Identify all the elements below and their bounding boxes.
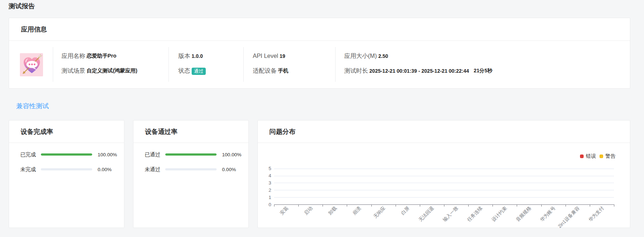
y-axis-label: 4	[260, 173, 271, 178]
status-badge: 通过	[192, 68, 206, 75]
x-axis-tick	[298, 205, 299, 207]
y-axis-label: 1	[260, 195, 271, 200]
pass-card-title: 设备通过率	[145, 127, 178, 136]
x-axis-category-label: 华为支付	[588, 206, 605, 223]
progress-row-passed: 已通过 100.00%	[133, 151, 248, 158]
progress-value: 0.00%	[222, 167, 236, 172]
x-axis-tick	[323, 205, 323, 207]
card-body: 已通过 100.00% 未通过 0.00%	[133, 143, 248, 173]
issue-card-header: 问题分布	[258, 120, 630, 143]
device-pass-card: 设备通过率 已通过 100.00% 未通过 0.00%	[133, 120, 249, 228]
x-axis-tick	[444, 205, 444, 207]
x-axis-tick	[614, 205, 614, 207]
field-value: 恋爱助手Pro	[87, 52, 116, 59]
device-completion-card: 设备完成率 已完成 100.00% 未完成 0.00%	[9, 120, 124, 228]
issue-distribution-card: 问题分布 错误 警告 012345安装启动卸载崩溃无响应白屏无法回退输入一致任务…	[257, 120, 630, 228]
progress-row-uncompleted: 未完成 0.00%	[9, 166, 124, 173]
chart-plot: 012345安装启动卸载崩溃无响应白屏无法回退输入一致任务连续设计约束音频规格华…	[258, 143, 630, 228]
progress-row-failed: 未通过 0.00%	[133, 166, 248, 173]
x-axis-category-label: 华为账号	[539, 206, 556, 223]
x-axis-category-label: 无法回退	[418, 206, 435, 223]
x-axis-tick	[517, 205, 517, 207]
field-label: 测试时长	[344, 67, 368, 75]
x-axis-tick	[541, 205, 542, 207]
field-label: 应用名称	[61, 52, 85, 60]
progress-track	[165, 168, 217, 170]
app-info-title: 应用信息	[21, 25, 47, 34]
field-device: 适配设备 手机	[253, 67, 335, 75]
field-test-duration: 测试时长 2025-12-21 00:01:39 - 2025-12-21 00…	[344, 67, 630, 75]
x-axis-tick	[371, 205, 372, 207]
progress-track	[41, 168, 92, 170]
x-axis-category-label: 安装	[279, 206, 289, 216]
x-axis-category-label: 设计约束	[491, 206, 508, 223]
progress-fill	[165, 153, 217, 156]
field-label: 版本	[178, 52, 190, 60]
field-value: 19	[280, 53, 285, 59]
field-value: 自定义测试(鸿蒙应用)	[87, 67, 137, 74]
progress-track	[41, 153, 92, 156]
field-label: 适配设备	[253, 67, 277, 75]
page-title: 测试报告	[9, 2, 35, 10]
field-value-extra: 21分5秒	[474, 68, 492, 74]
app-info-body: 应用名称 恋爱助手Pro 测试场景 自定义测试(鸿蒙应用) 版本 1.0.0 状…	[9, 41, 630, 88]
x-axis-category-label: 白屏	[400, 206, 411, 216]
x-axis-category-label: 音频规格	[515, 206, 532, 223]
progress-fill	[41, 153, 92, 156]
field-version: 版本 1.0.0	[178, 52, 243, 60]
y-axis-label: 0	[260, 202, 271, 207]
card-body: 已完成 100.00% 未完成 0.00%	[9, 143, 124, 173]
x-axis-tick	[590, 205, 590, 207]
issue-chart: 错误 警告 012345安装启动卸载崩溃无响应白屏无法回退输入一致任务连续设计约…	[258, 143, 630, 228]
gridline	[274, 169, 614, 169]
gridline	[274, 190, 614, 190]
app-info-card: 应用信息	[9, 18, 630, 89]
field-label: API Level	[253, 52, 278, 59]
x-axis-tick	[566, 205, 566, 207]
progress-value: 0.00%	[98, 167, 112, 172]
x-axis-tick	[347, 205, 347, 207]
field-value: 2.50	[378, 53, 388, 59]
field-label: 状态	[178, 67, 190, 75]
progress-track	[165, 153, 217, 156]
x-axis-tick	[396, 205, 396, 207]
field-status: 状态 通过	[178, 67, 243, 75]
field-value: 2025-12-21 00:01:39 - 2025-12-21 00:22:4…	[370, 68, 469, 74]
progress-label: 未完成	[20, 166, 41, 173]
progress-label: 已完成	[20, 151, 41, 158]
progress-value: 100.00%	[222, 152, 242, 157]
tab-compatibility-test[interactable]: 兼容性测试	[16, 103, 49, 110]
field-label: 测试场景	[61, 67, 85, 75]
app-icon	[20, 53, 43, 76]
completion-card-title: 设备完成率	[21, 127, 53, 136]
gridline	[274, 183, 614, 183]
x-axis-category-label: 卸载	[328, 206, 338, 216]
x-axis-tick	[492, 205, 493, 207]
field-test-scenario: 测试场景 自定义测试(鸿蒙应用)	[61, 67, 169, 75]
x-axis-tick	[274, 205, 274, 207]
app-info-header: 应用信息	[9, 18, 630, 41]
field-app-size: 应用大小(M) 2.50	[344, 52, 630, 60]
x-axis-category-label: 启动	[303, 206, 314, 216]
x-axis-category-label: 崩溃	[352, 206, 362, 216]
x-axis-category-label: 2in1设备兼容	[557, 206, 581, 229]
field-value: 手机	[278, 67, 289, 74]
x-axis-tick	[420, 205, 420, 207]
field-label: 应用大小(M)	[344, 52, 377, 60]
progress-value: 100.00%	[98, 152, 117, 157]
progress-row-completed: 已完成 100.00%	[9, 151, 124, 158]
field-value: 1.0.0	[192, 53, 203, 59]
gridline	[274, 176, 614, 176]
pass-card-header: 设备通过率	[133, 120, 248, 143]
field-app-name: 应用名称 恋爱助手Pro	[61, 52, 169, 60]
y-axis-label: 3	[260, 181, 271, 185]
x-axis-tick	[468, 205, 469, 207]
x-axis-category-label: 输入一致	[442, 206, 459, 223]
progress-label: 未通过	[145, 166, 165, 173]
completion-card-header: 设备完成率	[9, 120, 124, 143]
field-api-level: API Level 19	[253, 52, 335, 60]
x-axis-category-label: 无响应	[373, 206, 387, 219]
gridline	[274, 197, 614, 198]
progress-label: 已通过	[145, 151, 165, 158]
y-axis-label: 5	[260, 166, 271, 171]
